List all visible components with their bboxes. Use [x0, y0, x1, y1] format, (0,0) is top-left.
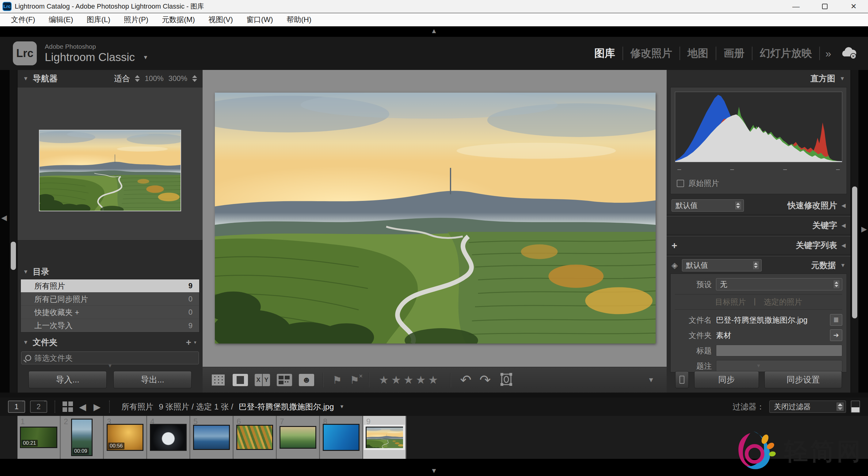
- second-window-button[interactable]: 2: [30, 400, 47, 413]
- import-button[interactable]: 导入...: [29, 371, 107, 388]
- previous-photo-icon[interactable]: ◀: [78, 401, 87, 412]
- zoom-stepper[interactable]: [192, 75, 197, 82]
- quick-develop-preset-dropdown[interactable]: 默认值: [672, 199, 744, 212]
- restore-button[interactable]: [810, 0, 839, 12]
- original-photo-row[interactable]: 原始照片: [675, 174, 842, 191]
- filmstrip-breadcrumb[interactable]: 所有照片 9 张照片 / 选定 1 张 / 巴登-符腾堡凯撒施图尔.jpg ▼: [121, 401, 344, 412]
- navigator-preview[interactable]: [18, 87, 203, 240]
- filmstrip-photo-6[interactable]: 6: [234, 416, 277, 459]
- navigator-collapse-icon[interactable]: ▼: [23, 76, 29, 82]
- zoom-100[interactable]: 100%: [145, 74, 163, 83]
- tab-selected-photos[interactable]: 选定的照片: [764, 297, 802, 307]
- histogram-header[interactable]: 直方图 ▼: [666, 70, 850, 87]
- minimize-button[interactable]: —: [781, 0, 810, 12]
- go-to-grid-icon[interactable]: [63, 401, 73, 412]
- main-photo[interactable]: [215, 93, 656, 344]
- folders-header[interactable]: ▼ 文件夹 + ▼: [18, 335, 203, 350]
- menu-metadata[interactable]: 元数据(M): [155, 13, 202, 26]
- quick-develop-collapse-icon[interactable]: ◀: [841, 202, 846, 209]
- keywording-header[interactable]: 关键字◀: [666, 218, 850, 233]
- module-develop[interactable]: 修改照片: [623, 46, 680, 60]
- flag-pick-icon[interactable]: ⚑: [331, 374, 344, 386]
- filter-switch-icon[interactable]: [851, 400, 860, 413]
- filmstrip-photo-4[interactable]: 4: [147, 416, 190, 459]
- caption-field[interactable]: [716, 360, 842, 372]
- loupe-view-area[interactable]: [203, 70, 666, 367]
- menu-help[interactable]: 帮助(H): [280, 13, 318, 26]
- crop-overlay-icon[interactable]: [499, 372, 514, 388]
- rotate-left-icon[interactable]: ↶: [458, 373, 473, 387]
- zoom-300[interactable]: 300%: [168, 74, 187, 83]
- survey-view-button[interactable]: [276, 372, 293, 388]
- add-folder-caret-icon[interactable]: ▼: [193, 340, 197, 345]
- tab-target-photo[interactable]: 目标照片: [715, 297, 746, 307]
- add-folder-icon[interactable]: +: [186, 337, 192, 348]
- keyword-list-collapse-icon[interactable]: ◀: [841, 242, 846, 249]
- main-window-button[interactable]: 1: [8, 400, 25, 413]
- menu-file[interactable]: 文件(F): [4, 13, 42, 26]
- filmstrip-photo-5[interactable]: 5: [190, 416, 234, 459]
- preset-value-dropdown[interactable]: 无: [716, 278, 842, 291]
- fit-stepper[interactable]: [135, 75, 140, 82]
- brand-caret-icon[interactable]: ▼: [143, 54, 148, 61]
- keywording-collapse-icon[interactable]: ◀: [841, 222, 846, 229]
- star-rating[interactable]: ★★★★★: [376, 374, 443, 386]
- sync-settings-button[interactable]: 同步设置: [765, 371, 842, 388]
- add-keyword-icon[interactable]: +: [672, 240, 677, 251]
- expand-right-panel-icon[interactable]: ▶: [861, 225, 867, 233]
- catalog-header[interactable]: ▼ 目录: [18, 264, 203, 279]
- breadcrumb-caret-icon[interactable]: ▼: [339, 404, 344, 410]
- menu-library[interactable]: 图库(L): [80, 13, 117, 26]
- title-field[interactable]: [716, 345, 842, 356]
- filmstrip-photo-2[interactable]: 2 00:09: [61, 416, 104, 459]
- zoom-fit[interactable]: 适合: [114, 73, 130, 84]
- sync-button[interactable]: 同步: [694, 371, 759, 388]
- loupe-view-button[interactable]: [231, 372, 249, 388]
- menu-photo[interactable]: 照片(P): [117, 13, 155, 26]
- module-slideshow[interactable]: 幻灯片放映: [752, 46, 819, 60]
- people-view-button[interactable]: ☻: [298, 372, 315, 388]
- next-photo-icon[interactable]: ▶: [92, 401, 102, 412]
- filter-dropdown[interactable]: 关闭过滤器: [769, 400, 846, 413]
- compare-view-button[interactable]: XY: [253, 372, 271, 388]
- filmstrip-photo-1[interactable]: 1 00:21: [18, 416, 61, 459]
- module-map[interactable]: 地图: [680, 46, 716, 60]
- metadata-header[interactable]: ◈ 默认值 元数据▼: [666, 258, 850, 272]
- filmstrip-photo-9-selected[interactable]: 9: [363, 416, 406, 459]
- catalog-row-quick-collection[interactable]: 快捷收藏夹 + 0: [21, 306, 199, 319]
- menu-window[interactable]: 窗口(W): [240, 13, 280, 26]
- navigator-thumbnail[interactable]: [39, 130, 181, 211]
- module-book[interactable]: 画册: [716, 46, 752, 60]
- left-scroll-thumb[interactable]: [11, 242, 16, 270]
- catalog-row-previous-import[interactable]: 上一次导入 9: [21, 319, 199, 332]
- export-button[interactable]: 导出...: [114, 371, 192, 388]
- right-scroll-thumb[interactable]: [852, 186, 857, 318]
- histogram-chart[interactable]: [675, 92, 842, 162]
- filmstrip-photo-7[interactable]: 7: [277, 416, 320, 459]
- metadata-preset-dropdown[interactable]: 默认值: [682, 259, 762, 271]
- original-photo-checkbox[interactable]: [677, 180, 684, 187]
- collapse-top-arrow-icon[interactable]: ▲: [431, 27, 437, 35]
- grid-view-button[interactable]: [209, 372, 227, 388]
- catalog-collapse-icon[interactable]: ▼: [23, 269, 29, 275]
- close-button[interactable]: ✕: [839, 0, 868, 12]
- navigator-header[interactable]: ▼ 导航器 适合 100% 300%: [18, 70, 203, 87]
- filmstrip-photo-8[interactable]: 8: [320, 416, 363, 459]
- menu-view[interactable]: 视图(V): [202, 13, 240, 26]
- folder-filter-input[interactable]: 筛选文件夹: [21, 352, 199, 364]
- quick-develop-header[interactable]: 默认值 快速修改照片◀: [666, 199, 850, 212]
- right-panel-scrollbar[interactable]: [850, 70, 859, 393]
- catalog-row-synced[interactable]: 所有已同步照片 0: [21, 293, 199, 306]
- catalog-row-all-photos[interactable]: 所有照片 9: [21, 279, 199, 293]
- folders-collapse-icon[interactable]: ▼: [23, 339, 29, 346]
- keyword-list-header[interactable]: + 关键字列表◀: [666, 238, 850, 252]
- left-panel-scrollbar[interactable]: [9, 70, 18, 393]
- rotate-right-icon[interactable]: ↷: [477, 373, 493, 387]
- collapse-bottom-arrow-icon[interactable]: ▼: [431, 467, 437, 475]
- filmstrip-photo-3[interactable]: 3 00:56: [104, 416, 147, 459]
- histogram-collapse-icon[interactable]: ▼: [839, 76, 845, 82]
- menu-edit[interactable]: 编辑(E): [42, 13, 80, 26]
- module-library[interactable]: 图库: [587, 46, 622, 60]
- toolbar-options-caret-icon[interactable]: ▼: [648, 376, 660, 384]
- sync-toggle[interactable]: [675, 371, 689, 388]
